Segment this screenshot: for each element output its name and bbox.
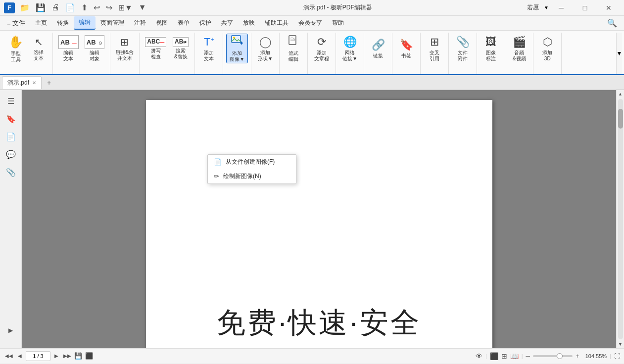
book-page-icon[interactable]: 📖	[510, 352, 519, 360]
add-image-button[interactable]: 添加图像▼	[226, 34, 248, 63]
save-page-button[interactable]: 💾	[73, 351, 83, 361]
menu-slideshow[interactable]: 放映	[238, 17, 260, 29]
open-icon[interactable]: 📁	[18, 2, 32, 13]
app-logo[interactable]: F	[4, 2, 15, 13]
menu-convert[interactable]: 转换	[52, 17, 74, 29]
menu-protect[interactable]: 保护	[194, 17, 216, 29]
sidebar-comment-icon[interactable]: 💬	[3, 146, 19, 162]
edit-object-button[interactable]: AB ⊙ 编辑对象	[82, 34, 107, 63]
zoom-out-button[interactable]: ─	[526, 353, 530, 360]
upload-icon[interactable]: ⬆	[79, 2, 90, 13]
fullscreen-button[interactable]: ⛶	[614, 353, 620, 360]
zoom-thumb[interactable]	[557, 353, 563, 359]
zoom-slider[interactable]	[533, 355, 573, 357]
next-page-button[interactable]: ▶	[51, 351, 61, 361]
last-page-button[interactable]: ▶▶	[62, 351, 72, 361]
print-icon[interactable]: 🖨	[49, 2, 61, 13]
ribbon-scroll-right[interactable]: ▼	[616, 33, 622, 74]
status-separator2: |	[522, 353, 523, 359]
stream-edit-button[interactable]: 流式编辑	[283, 34, 304, 63]
link-label: 链接	[373, 53, 383, 59]
menu-form[interactable]: 表单	[173, 17, 194, 29]
menu-file[interactable]: ≡ 文件	[2, 17, 30, 30]
link-merge-button[interactable]: ⊞ 链接&合并文本	[113, 34, 137, 63]
more-icon[interactable]: ▼	[137, 2, 148, 13]
menu-edit[interactable]: 编辑	[74, 16, 96, 30]
scroll-track[interactable]	[618, 99, 623, 339]
grid-page-icon[interactable]: ⊞	[501, 352, 507, 360]
hand-icon: ✋	[8, 34, 23, 49]
user-label[interactable]: 若愿	[527, 3, 539, 12]
link-button[interactable]: 🔗 链接	[367, 34, 389, 63]
cross-ref-button[interactable]: ⊞ 交叉引用	[424, 34, 445, 63]
create-from-file-item[interactable]: 📄 从文件创建图像(F)	[208, 155, 296, 169]
menu-home[interactable]: 主页	[30, 17, 52, 29]
menu-pages[interactable]: 页面管理	[96, 17, 129, 29]
sidebar-bookmark-icon[interactable]: 🔖	[3, 111, 19, 127]
network-icon: 🌐	[343, 35, 357, 49]
ribbon-group-bookmark: 🔖 书签	[392, 33, 421, 74]
tab-close-button[interactable]: ✕	[32, 80, 36, 86]
menu-tools[interactable]: 辅助工具	[260, 17, 293, 29]
zoom-in-button[interactable]: +	[576, 353, 579, 360]
add-shape-button[interactable]: ◯ 添加形状▼	[254, 34, 276, 63]
select-label: 选择文本	[34, 49, 44, 61]
dropdown-icon[interactable]: ⊞▼	[116, 2, 135, 13]
article-label: 添加文章程	[314, 50, 329, 62]
sidebar-expand-arrow[interactable]: ▶	[3, 322, 19, 338]
save-small-icon[interactable]: 💾	[34, 2, 48, 13]
ribbon-group-handtool: ✋ 手型工具 ↖ 选择文本	[2, 33, 53, 74]
menu-share[interactable]: 共享	[216, 17, 238, 29]
select-icon: ↖	[35, 36, 43, 48]
add-article-button[interactable]: ⟳ 添加文章程	[311, 34, 333, 63]
scroll-down-button[interactable]: ▼	[617, 340, 624, 348]
sidebar-menu-icon[interactable]: ☰	[3, 93, 19, 109]
add-text-button[interactable]: T+ 添加文本	[198, 34, 220, 63]
menu-vip[interactable]: 会员专享	[293, 17, 327, 29]
scroll-up-button[interactable]: ▲	[617, 90, 624, 98]
spell-check-button[interactable]: ABC— 拼写检查	[143, 34, 169, 63]
file-attach-button[interactable]: 📎 文件附件	[452, 34, 474, 63]
spell-label: 拼写检查	[151, 48, 161, 60]
minimize-button[interactable]: ─	[550, 1, 573, 15]
tab-add-button[interactable]: +	[44, 77, 54, 88]
ribbon-buttons-crossref: ⊞ 交叉引用	[424, 33, 445, 74]
single-page-icon[interactable]: ⬛	[490, 352, 498, 360]
network-link-button[interactable]: 🌐 网络链接▼	[339, 34, 361, 63]
close-button[interactable]: ✕	[597, 1, 620, 15]
export-page-button[interactable]: ⬛	[84, 351, 94, 361]
menu-help[interactable]: 帮助	[327, 17, 349, 29]
sidebar-attach-icon[interactable]: 📎	[3, 164, 19, 180]
edit-text-button[interactable]: AB — 编辑文本	[56, 34, 81, 63]
draw-new-image-item[interactable]: ✏ 绘制新图像(N)	[208, 169, 296, 183]
redo-icon[interactable]: ↪	[104, 2, 114, 13]
scroll-thumb[interactable]	[618, 109, 623, 129]
sidebar-page-icon[interactable]: 📄	[3, 129, 19, 144]
user-dropdown-icon[interactable]: ▼	[544, 5, 549, 10]
first-page-button[interactable]: ◀◀	[4, 351, 14, 361]
ribbon-group-addtext: T+ 添加文本	[195, 33, 223, 74]
ribbon-group-addimage: 添加图像▼	[223, 33, 251, 74]
ribbon-group-addshape: ◯ 添加形状▼	[251, 33, 280, 74]
bookmark-button[interactable]: 🔖 书签	[395, 34, 417, 63]
prev-page-button[interactable]: ◀	[15, 351, 25, 361]
audio-video-button[interactable]: 🎬 音频&视频	[508, 34, 530, 63]
hand-tool-button[interactable]: ✋ 手型工具	[5, 34, 27, 63]
search-button[interactable]: 🔍	[602, 16, 622, 30]
status-right: 👁 | ⬛ ⊞ 📖 | ─ + 104.55% | ⛶	[476, 352, 620, 360]
new-doc-icon[interactable]: 📄	[63, 2, 77, 13]
page-input[interactable]	[26, 351, 50, 361]
add-3d-button[interactable]: ⬡ 添加3D	[536, 34, 558, 63]
menu-view[interactable]: 视图	[151, 17, 173, 29]
edit-obj-label: 编辑对象	[90, 50, 99, 62]
ribbon-buttons-linkonly: 🔗 链接	[367, 33, 389, 74]
ribbon-buttons-link: ⊞ 链接&合并文本	[113, 33, 137, 74]
search-replace-button[interactable]: AB⇄ 搜索&替换	[170, 34, 192, 63]
pdf-tab[interactable]: 演示.pdf ✕	[2, 76, 42, 89]
maximize-button[interactable]: □	[574, 1, 596, 15]
eye-icon[interactable]: 👁	[476, 352, 482, 360]
select-text-button[interactable]: ↖ 选择文本	[28, 34, 49, 63]
undo-icon[interactable]: ↩	[92, 2, 102, 13]
image-label-button[interactable]: 🖼 图像标注	[480, 34, 502, 63]
menu-annotate[interactable]: 注释	[129, 17, 151, 29]
